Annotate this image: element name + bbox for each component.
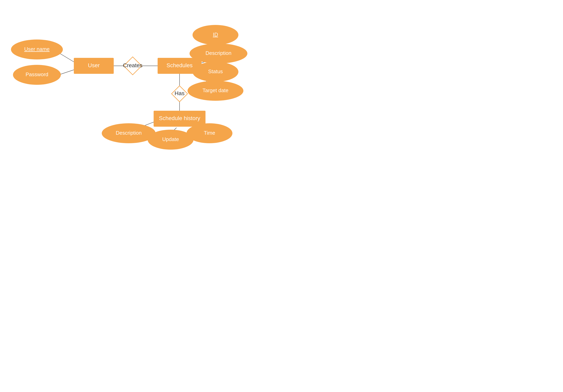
- has-label: Has: [175, 90, 185, 96]
- schedule-history-label: Schedule history: [159, 115, 200, 121]
- creates-label: Creates: [123, 62, 142, 68]
- connector-password-user: [59, 70, 74, 75]
- description-history-label: Description: [116, 130, 142, 136]
- username-label: User name: [24, 46, 50, 52]
- connector-username-user: [59, 53, 74, 62]
- status-label: Status: [208, 68, 223, 75]
- schedules-entity-label: Schedules: [166, 62, 193, 68]
- target-date-label: Target date: [203, 87, 229, 93]
- password-label: Password: [26, 71, 48, 77]
- time-label: Time: [204, 130, 215, 136]
- user-entity-label: User: [88, 62, 100, 68]
- id-label: ID: [213, 32, 218, 38]
- description-schedules-label: Description: [205, 50, 231, 56]
- update-label: Update: [162, 136, 179, 142]
